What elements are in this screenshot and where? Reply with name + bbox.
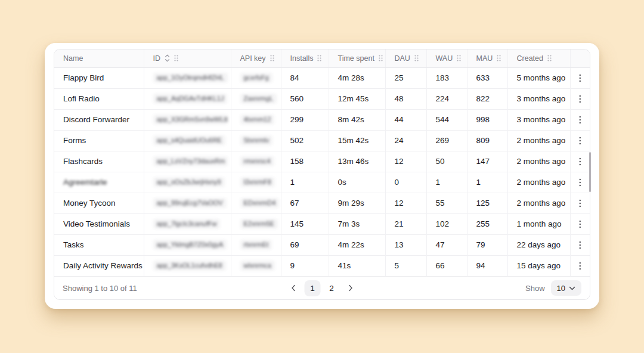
drag-handle-icon[interactable]	[317, 55, 321, 61]
row-menu-button[interactable]	[573, 92, 587, 106]
created-cell: 15 days ago	[507, 255, 570, 276]
api-key-pill[interactable]: Stxnrmlv	[240, 135, 273, 145]
drag-handle-icon[interactable]	[497, 55, 501, 61]
row-menu-button[interactable]	[573, 259, 587, 273]
table-footer: Showing 1 to 10 of 11 1 2 Show	[54, 276, 590, 299]
wau-cell: 1	[426, 172, 467, 193]
mau-cell: 633	[467, 67, 507, 88]
table-row[interactable]: Daily Activity Rewards app_3KsOL1cufvdhE…	[54, 255, 590, 276]
kebab-menu-icon	[579, 241, 581, 249]
table-row[interactable]: Flashcards app_LsVZny73dauxRm rmxnrsc4 1…	[54, 151, 590, 172]
api-key-pill[interactable]: ZaxnrmgL	[240, 94, 277, 104]
table-row[interactable]: Tasks app_YklmgB7Z0x0gyA rtxnrmEt 69 4m …	[54, 234, 590, 255]
api-key-pill[interactable]: E2xnrm5E	[240, 219, 278, 229]
wau-cell: 102	[426, 213, 467, 234]
table-row[interactable]: Video Testimonials app_7lgcIc3canufFw E2…	[54, 213, 590, 234]
app-id-pill[interactable]: app_LsVZny73dauxRm	[153, 156, 228, 166]
created-cell: 3 months ago	[507, 109, 570, 130]
api-key-pill[interactable]: 4txrnm12	[240, 114, 275, 125]
time-spent-cell: 9m 29s	[329, 193, 385, 213]
page-size-dropdown[interactable]: 10	[551, 280, 581, 296]
row-menu-button[interactable]	[573, 113, 587, 127]
api-key-pill[interactable]: gcxrfsFg	[240, 73, 273, 83]
chevron-left-icon	[292, 284, 296, 292]
app-id-pill[interactable]: app_s4QuaidUOu6RE	[153, 135, 225, 145]
row-menu-button[interactable]	[573, 238, 587, 252]
app-id-pill[interactable]: app_YklmgB7Z0x0gyA	[153, 240, 227, 250]
drag-handle-icon[interactable]	[379, 55, 383, 61]
next-page-button[interactable]	[343, 280, 359, 296]
page-button-1[interactable]: 1	[305, 280, 321, 296]
api-key-pill[interactable]: I3xnrmF8	[240, 177, 275, 187]
api-key-pill[interactable]: rmxnrsc4	[240, 156, 274, 166]
chevron-down-icon	[569, 286, 575, 290]
drag-handle-icon[interactable]	[414, 55, 419, 61]
mau-cell: 998	[467, 109, 507, 130]
drag-handle-icon[interactable]	[270, 55, 274, 61]
show-label: Show	[525, 284, 545, 293]
installs-cell: 1	[281, 172, 329, 193]
app-id-pill[interactable]: app_X3GRmSvn9wWLtb	[153, 114, 228, 125]
column-header-api-key[interactable]: API key	[231, 49, 281, 67]
table-row[interactable]: Forms app_s4QuaidUOu6RE Stxnrmlv 502 15m…	[54, 130, 590, 151]
api-key-pill[interactable]: wlxnrmca	[240, 261, 275, 271]
prev-page-button[interactable]	[286, 280, 302, 296]
drag-handle-icon[interactable]	[174, 55, 178, 61]
dau-cell: 44	[385, 109, 426, 130]
column-header-mau[interactable]: MAU	[467, 49, 507, 67]
installs-cell: 67	[281, 193, 329, 213]
app-id-pill[interactable]: app_3KsOL1cufvdhE8	[153, 261, 226, 271]
column-header-time-spent[interactable]: Time spent	[329, 49, 385, 67]
row-menu-button[interactable]	[573, 217, 587, 231]
vertical-scrollbar-thumb[interactable]	[589, 152, 591, 192]
created-cell: 5 months ago	[507, 67, 570, 88]
column-header-dau[interactable]: DAU	[385, 49, 426, 67]
table-header-row: Name ID	[54, 49, 590, 67]
app-name: Video Testimonials	[63, 219, 130, 228]
column-header-id[interactable]: ID	[144, 49, 231, 67]
chevron-right-icon	[349, 284, 353, 292]
app-id-pill[interactable]: app_oOsZbJwrjHxny9	[153, 177, 225, 187]
time-spent-cell: 4m 28s	[329, 67, 385, 88]
dau-cell: 24	[385, 130, 426, 151]
table-row[interactable]: Flappy Bird app_1OyOtrqmdHfZHL gcxrfsFg …	[54, 67, 590, 88]
app-id-pill[interactable]: app_AqDGAvTdHKL1J	[153, 94, 228, 104]
installs-cell: 69	[281, 234, 329, 255]
kebab-menu-icon	[579, 116, 581, 124]
table-row[interactable]: Money Tycoon app_99rujEcg7VaOOV EDxnrmD4…	[54, 193, 590, 213]
column-header-wau[interactable]: WAU	[426, 49, 467, 67]
showing-text: Showing 1 to 10 of 11	[63, 284, 137, 293]
table-row[interactable]: Discord Forwarder app_X3GRmSvn9wWLtb 4tx…	[54, 109, 590, 130]
column-header-created[interactable]: Created	[507, 49, 570, 67]
row-menu-button[interactable]	[573, 196, 587, 210]
table-row[interactable]: Lofi Radio app_AqDGAvTdHKL1J ZaxnrmgL 56…	[54, 88, 590, 109]
table-row[interactable]: Agreemtarle app_oOsZbJwrjHxny9 I3xnrmF8 …	[54, 172, 590, 193]
row-menu-button[interactable]	[573, 154, 587, 169]
drag-handle-icon[interactable]	[457, 55, 461, 61]
row-menu-button[interactable]	[573, 134, 587, 148]
time-spent-cell: 0s	[329, 172, 385, 193]
app-id-pill[interactable]: app_7lgcIc3canufFw	[153, 219, 221, 229]
app-id-pill[interactable]: app_99rujEcg7VaOOV	[153, 198, 227, 208]
wau-cell: 224	[426, 88, 467, 109]
installs-cell: 299	[281, 109, 329, 130]
app-name: Daily Activity Rewards	[63, 261, 143, 270]
created-cell: 2 months ago	[507, 172, 570, 193]
row-menu-button[interactable]	[573, 71, 587, 85]
sort-arrows-icon[interactable]	[165, 54, 170, 62]
column-header-installs[interactable]: Installs	[281, 49, 329, 67]
drag-handle-icon[interactable]	[547, 55, 552, 61]
page-size-control: Show 10	[525, 280, 581, 296]
installs-cell: 158	[281, 151, 329, 172]
api-key-pill[interactable]: EDxnrmD4	[240, 198, 280, 208]
apps-table-container: Name ID	[54, 49, 590, 300]
row-menu-button[interactable]	[573, 175, 587, 190]
app-name: Agreemtarle	[63, 178, 107, 187]
app-id-pill[interactable]: app_1OyOtrqmdHfZHL	[153, 73, 228, 83]
api-key-pill[interactable]: rtxnrmEt	[240, 240, 273, 250]
wau-cell: 544	[426, 109, 467, 130]
page-button-2[interactable]: 2	[324, 280, 340, 296]
app-name: Money Tycoon	[63, 199, 116, 208]
created-cell: 22 days ago	[507, 234, 570, 255]
installs-cell: 84	[281, 67, 329, 88]
